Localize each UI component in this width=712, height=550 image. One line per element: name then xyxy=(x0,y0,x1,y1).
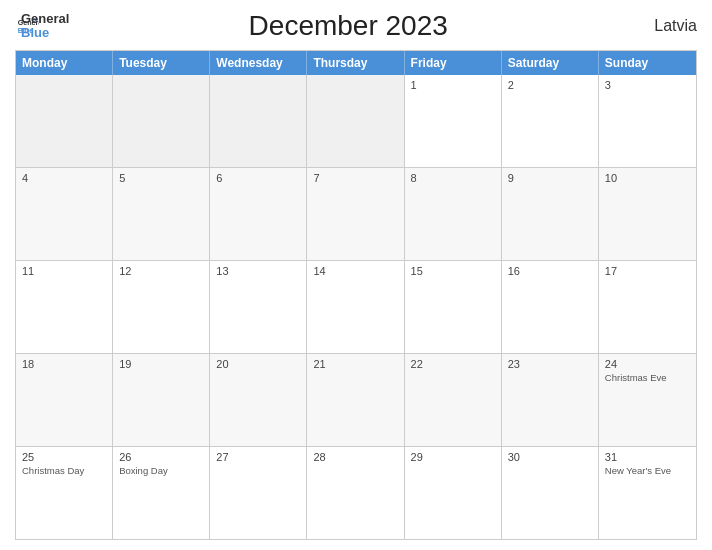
page-title: December 2023 xyxy=(69,10,627,42)
day-number: 24 xyxy=(605,358,690,370)
day-number: 31 xyxy=(605,451,690,463)
day-number: 27 xyxy=(216,451,300,463)
day-number: 25 xyxy=(22,451,106,463)
calendar-cell: 18 xyxy=(16,354,113,446)
calendar-page: General Blue General Blue December 2023 … xyxy=(0,0,712,550)
calendar-cell: 9 xyxy=(502,168,599,260)
day-number: 19 xyxy=(119,358,203,370)
calendar-cell: 15 xyxy=(405,261,502,353)
calendar-cell xyxy=(210,75,307,167)
event-label: Christmas Day xyxy=(22,465,106,477)
calendar-cell xyxy=(113,75,210,167)
calendar-cell: 13 xyxy=(210,261,307,353)
weekday-header-friday: Friday xyxy=(405,51,502,75)
weekday-header-thursday: Thursday xyxy=(307,51,404,75)
calendar-cell: 16 xyxy=(502,261,599,353)
calendar-row-5: 25Christmas Day26Boxing Day2728293031New… xyxy=(16,447,696,539)
weekday-header-monday: Monday xyxy=(16,51,113,75)
calendar-cell: 8 xyxy=(405,168,502,260)
event-label: Boxing Day xyxy=(119,465,203,477)
day-number: 14 xyxy=(313,265,397,277)
calendar-cell: 26Boxing Day xyxy=(113,447,210,539)
day-number: 20 xyxy=(216,358,300,370)
day-number: 3 xyxy=(605,79,690,91)
calendar-cell: 6 xyxy=(210,168,307,260)
calendar-cell: 24Christmas Eve xyxy=(599,354,696,446)
day-number: 2 xyxy=(508,79,592,91)
weekday-header-tuesday: Tuesday xyxy=(113,51,210,75)
calendar-cell: 1 xyxy=(405,75,502,167)
day-number: 8 xyxy=(411,172,495,184)
calendar-cell: 29 xyxy=(405,447,502,539)
logo-general-text: General xyxy=(21,12,69,26)
logo-blue-text: Blue xyxy=(21,26,69,40)
day-number: 7 xyxy=(313,172,397,184)
day-number: 23 xyxy=(508,358,592,370)
day-number: 12 xyxy=(119,265,203,277)
country-label: Latvia xyxy=(627,17,697,35)
day-number: 11 xyxy=(22,265,106,277)
calendar-cell: 31New Year's Eve xyxy=(599,447,696,539)
day-number: 5 xyxy=(119,172,203,184)
logo: General Blue General Blue xyxy=(15,12,69,41)
calendar-row-1: 123 xyxy=(16,75,696,168)
day-number: 10 xyxy=(605,172,690,184)
weekday-header-wednesday: Wednesday xyxy=(210,51,307,75)
calendar-cell: 3 xyxy=(599,75,696,167)
calendar-cell: 27 xyxy=(210,447,307,539)
day-number: 21 xyxy=(313,358,397,370)
day-number: 13 xyxy=(216,265,300,277)
calendar-cell: 30 xyxy=(502,447,599,539)
calendar-cell: 11 xyxy=(16,261,113,353)
weekday-header-sunday: Sunday xyxy=(599,51,696,75)
day-number: 15 xyxy=(411,265,495,277)
day-number: 6 xyxy=(216,172,300,184)
day-number: 30 xyxy=(508,451,592,463)
day-number: 18 xyxy=(22,358,106,370)
calendar-cell: 21 xyxy=(307,354,404,446)
calendar-cell: 12 xyxy=(113,261,210,353)
weekday-header-saturday: Saturday xyxy=(502,51,599,75)
calendar-cell: 22 xyxy=(405,354,502,446)
calendar-cell: 10 xyxy=(599,168,696,260)
day-number: 9 xyxy=(508,172,592,184)
day-number: 16 xyxy=(508,265,592,277)
day-number: 29 xyxy=(411,451,495,463)
calendar-cell: 23 xyxy=(502,354,599,446)
calendar-row-2: 45678910 xyxy=(16,168,696,261)
calendar-cell xyxy=(16,75,113,167)
day-number: 28 xyxy=(313,451,397,463)
day-number: 1 xyxy=(411,79,495,91)
calendar-cell: 25Christmas Day xyxy=(16,447,113,539)
calendar-cell: 14 xyxy=(307,261,404,353)
calendar-cell: 4 xyxy=(16,168,113,260)
calendar-cell: 7 xyxy=(307,168,404,260)
page-header: General Blue General Blue December 2023 … xyxy=(15,10,697,42)
day-number: 26 xyxy=(119,451,203,463)
calendar-cell: 17 xyxy=(599,261,696,353)
day-number: 17 xyxy=(605,265,690,277)
day-number: 4 xyxy=(22,172,106,184)
calendar-row-3: 11121314151617 xyxy=(16,261,696,354)
calendar-cell: 28 xyxy=(307,447,404,539)
day-number: 22 xyxy=(411,358,495,370)
calendar: MondayTuesdayWednesdayThursdayFridaySatu… xyxy=(15,50,697,540)
calendar-row-4: 18192021222324Christmas Eve xyxy=(16,354,696,447)
calendar-header: MondayTuesdayWednesdayThursdayFridaySatu… xyxy=(16,51,696,75)
calendar-cell: 2 xyxy=(502,75,599,167)
event-label: Christmas Eve xyxy=(605,372,690,384)
calendar-cell xyxy=(307,75,404,167)
event-label: New Year's Eve xyxy=(605,465,690,477)
calendar-cell: 20 xyxy=(210,354,307,446)
calendar-body: 123456789101112131415161718192021222324C… xyxy=(16,75,696,539)
calendar-cell: 19 xyxy=(113,354,210,446)
calendar-cell: 5 xyxy=(113,168,210,260)
